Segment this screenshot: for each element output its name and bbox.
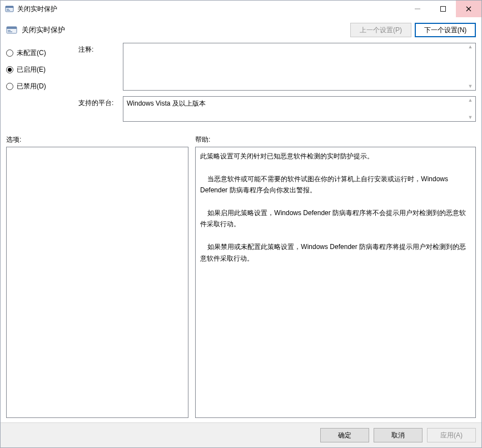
platform-label: 支持的平台: (78, 96, 123, 122)
svg-rect-2 (7, 9, 9, 9)
radio-icon (6, 83, 13, 90)
lower-panes: 此策略设置可关闭针对已知恶意软件检测的实时防护提示。 当恶意软件或可能不需要的软… (6, 147, 476, 418)
scroll-down-icon: ▼ (466, 115, 474, 120)
radio-label: 已启用(E) (17, 65, 46, 74)
previous-setting-button[interactable]: 上一个设置(P) (350, 23, 411, 37)
comment-label: 注释: (78, 43, 123, 91)
comment-value (127, 46, 465, 88)
svg-rect-5 (441, 7, 446, 12)
titlebar: 关闭实时保护 (1, 1, 481, 17)
radio-icon (6, 49, 13, 57)
radio-not-configured[interactable]: 未配置(C) (6, 46, 78, 59)
policy-name: 关闭实时保护 (22, 25, 347, 35)
upper-section: 未配置(C) 已启用(E) 已禁用(D) 注释: ▲ ▼ (6, 43, 476, 127)
footer: 确定 取消 应用(A) (1, 422, 481, 447)
comment-textbox[interactable]: ▲ ▼ (123, 43, 476, 91)
apply-button[interactable]: 应用(A) (427, 428, 476, 442)
lower-labels: 选项: 帮助: (6, 135, 476, 145)
svg-rect-7 (7, 27, 17, 29)
comment-field-row: 注释: ▲ ▼ (78, 43, 476, 91)
options-pane[interactable] (6, 147, 188, 418)
fields-column: 注释: ▲ ▼ 支持的平台: Windows Vista 及以上版本 ▲ ▼ (78, 43, 476, 127)
svg-rect-9 (8, 32, 12, 32)
radio-enabled[interactable]: 已启用(E) (6, 63, 78, 76)
policy-object-icon (5, 4, 14, 13)
close-button[interactable] (456, 1, 481, 17)
svg-rect-8 (8, 30, 11, 31)
body-area: 关闭实时保护 上一个设置(P) 下一个设置(N) 未配置(C) 已启用(E) 已… (1, 17, 481, 422)
scroll-down-icon: ▼ (466, 84, 474, 89)
radio-disabled[interactable]: 已禁用(D) (6, 79, 78, 93)
platform-textbox: Windows Vista 及以上版本 ▲ ▼ (123, 96, 476, 122)
scroll-up-icon: ▲ (466, 98, 474, 103)
help-label: 帮助: (195, 135, 210, 145)
maximize-button[interactable] (430, 1, 456, 17)
svg-rect-1 (6, 6, 13, 8)
scroll-up-icon: ▲ (466, 44, 474, 49)
state-radio-group: 未配置(C) 已启用(E) 已禁用(D) (6, 43, 78, 127)
svg-rect-3 (7, 10, 10, 11)
radio-icon (6, 66, 13, 73)
radio-label: 未配置(C) (17, 48, 46, 58)
ok-button[interactable]: 确定 (320, 428, 369, 442)
header-row: 关闭实时保护 上一个设置(P) 下一个设置(N) (6, 19, 476, 43)
svg-rect-4 (415, 9, 420, 9)
cancel-button[interactable]: 取消 (374, 428, 423, 442)
policy-editor-window: 关闭实时保护 关闭实时保护 上一个设置(P) 下一个设置(N) (0, 0, 482, 448)
radio-label: 已禁用(D) (17, 82, 46, 91)
next-setting-button[interactable]: 下一个设置(N) (415, 23, 476, 37)
policy-setting-icon (6, 24, 17, 36)
minimize-button[interactable] (405, 1, 430, 17)
options-label: 选项: (6, 135, 195, 145)
platform-field-row: 支持的平台: Windows Vista 及以上版本 ▲ ▼ (78, 96, 476, 122)
help-pane[interactable]: 此策略设置可关闭针对已知恶意软件检测的实时防护提示。 当恶意软件或可能不需要的软… (195, 147, 476, 418)
platform-value: Windows Vista 及以上版本 (127, 99, 465, 119)
window-title: 关闭实时保护 (17, 4, 405, 14)
